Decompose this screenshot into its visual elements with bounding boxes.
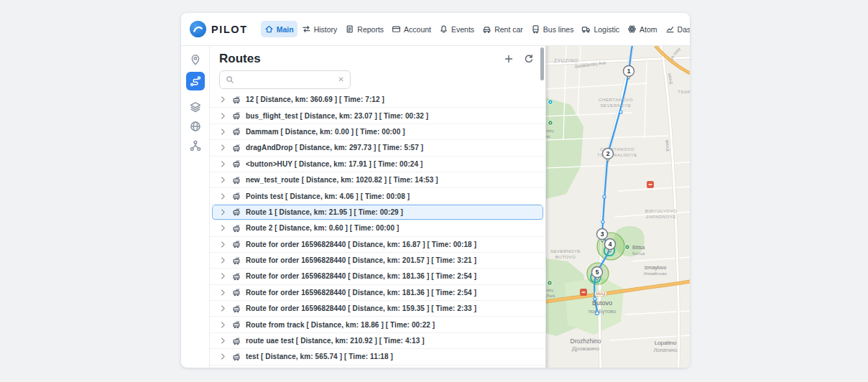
map-label: Дрожжино — [572, 345, 600, 352]
route-row-label: test [ Distance, km: 565.74 ] [ Time: 11… — [246, 353, 393, 360]
chevron-right-icon[interactable] — [219, 272, 227, 280]
refresh-button[interactable] — [524, 54, 534, 64]
chevron-right-icon[interactable] — [219, 160, 227, 168]
route-row[interactable]: Route for order 16596828440 [ Distance, … — [210, 301, 545, 317]
route-row-label: Points test [ Distance, km: 4.06 ] [ Tim… — [246, 192, 410, 200]
route-row[interactable]: Route for order 16596828440 [ Distance, … — [210, 285, 545, 301]
left-icon-sidebar — [181, 46, 210, 368]
scrollbar-thumb[interactable] — [540, 47, 544, 80]
map-label: Лопатино — [653, 347, 677, 353]
chevron-right-icon[interactable] — [219, 353, 227, 360]
route-row[interactable]: dragAndDrop [ Distance, km: 297.73 ] [ T… — [210, 140, 545, 156]
nav-item-label: Logistic — [594, 25, 619, 34]
chevron-right-icon[interactable] — [219, 304, 227, 312]
nav-item-label: Events — [451, 25, 474, 34]
nav-item-rent-car[interactable]: Rent car — [479, 21, 527, 37]
route-row-label: Route for order 16596828440 [ Distance, … — [246, 241, 476, 248]
map-label: Lopatino — [655, 340, 677, 346]
nav-item-dashboard[interactable]: Dashboard — [662, 21, 690, 37]
sidebar-item-layers[interactable] — [186, 98, 205, 116]
route-row-label: <button>HUY [ Distance, km: 17.91 ] [ Ti… — [246, 160, 423, 168]
route-row[interactable]: new_test_route [ Distance, km: 1020.82 ]… — [210, 172, 545, 188]
route-row[interactable]: Dammam [ Distance, km: 0.00 ] [ Time: 00… — [210, 124, 545, 140]
map-label: CHERTANOVO — [599, 97, 633, 102]
globe-icon — [190, 121, 201, 132]
nav-item-logistic[interactable]: Logistic — [578, 21, 623, 37]
home-icon — [264, 24, 274, 34]
route-row-label: route uae test [ Distance, km: 210.92 ] … — [246, 337, 425, 345]
clear-search-icon[interactable]: ✕ — [338, 76, 344, 83]
nav-item-label: Rent car — [494, 25, 523, 34]
nav-item-label: History — [314, 25, 338, 34]
sidebar-item-location-pin[interactable] — [186, 50, 205, 69]
nav-item-bus-lines[interactable]: Bus lines — [527, 21, 578, 37]
atom-icon — [627, 24, 637, 34]
chevron-right-icon[interactable] — [219, 128, 227, 136]
map[interactable]: МКАД ZYUZINOBalaklavsky Aveye HwyCHERTAN… — [546, 46, 690, 368]
map-label: ZAPADNOYE — [646, 214, 676, 219]
nav-item-account[interactable]: Account — [388, 21, 435, 37]
nav-item-reports[interactable]: Reports — [341, 21, 387, 37]
trolleybus-icon — [232, 320, 241, 329]
chevron-right-icon[interactable] — [219, 241, 227, 248]
route-row[interactable]: Route 1 [ Distance, km: 21.95 ] [ Time: … — [212, 205, 543, 220]
route-row[interactable]: route uae test [ Distance, km: 210.92 ] … — [210, 333, 545, 349]
chevron-right-icon[interactable] — [219, 208, 227, 216]
route-row[interactable]: <button>HUY [ Distance, km: 17.91 ] [ Ti… — [210, 157, 545, 172]
map-label: BUTOVO — [555, 254, 576, 259]
route-row[interactable]: test [ Distance, km: 283.74 ] [ Time: 5:… — [210, 365, 545, 368]
route-row-label: Route for order 16596828440 [ Distance, … — [246, 256, 476, 264]
route-row[interactable]: Points test [ Distance, km: 4.06 ] [ Tim… — [210, 188, 545, 204]
trolleybus-icon — [232, 304, 241, 313]
svg-text:2: 2 — [606, 150, 610, 157]
nav-item-atom[interactable]: Atom — [624, 21, 661, 37]
route-row[interactable]: Route for order 16596828440 [ Distance, … — [210, 253, 545, 269]
mkad-road-label: МКАД — [595, 292, 606, 297]
chevron-right-icon[interactable] — [219, 96, 227, 103]
nav-item-events[interactable]: Events — [435, 21, 478, 37]
search-input[interactable] — [239, 75, 334, 84]
route-row[interactable]: 12 [ Distance, km: 360.69 ] [ Time: 7:12… — [210, 92, 545, 108]
nav-item-label: Atom — [640, 25, 657, 34]
nav-item-label: Main — [277, 25, 294, 34]
trolleybus-icon — [232, 240, 241, 248]
park-poi-icon — [548, 281, 553, 286]
nav-item-main[interactable]: Main — [261, 21, 297, 37]
chevron-right-icon[interactable] — [219, 289, 227, 297]
svg-text:МКАД: МКАД — [596, 292, 606, 296]
map-label: Forest Park — [546, 294, 556, 298]
route-row-label: Route for order 16596828440 [ Distance, … — [246, 304, 476, 312]
nav-item-history[interactable]: History — [298, 21, 341, 37]
chevron-right-icon[interactable] — [219, 337, 227, 345]
chevron-right-icon[interactable] — [219, 192, 227, 200]
route-row[interactable]: Route 2 [ Distance, km: 0.60 ] [ Time: 0… — [210, 220, 545, 236]
chevron-right-icon[interactable] — [219, 256, 227, 264]
route-row[interactable]: bus_flight_test [ Distance, km: 23.07 ] … — [210, 108, 545, 124]
trolleybus-icon — [232, 224, 241, 233]
sidebar-item-globe[interactable] — [186, 117, 205, 136]
logo[interactable]: PILOT — [190, 21, 248, 37]
route-row[interactable]: test [ Distance, km: 565.74 ] [ Time: 11… — [210, 349, 545, 365]
trolleybus-icon — [232, 288, 241, 297]
events-icon — [439, 24, 448, 34]
route-row[interactable]: Route for order 16596828440 [ Distance, … — [210, 237, 545, 253]
nav-item-label: Reports — [357, 25, 384, 34]
trolleybus-icon — [232, 176, 241, 185]
routes-panel: Routes ✕ 12 [ Distance, km: 360.69 ] — [210, 46, 546, 368]
sidebar-item-hierarchy[interactable] — [186, 136, 205, 155]
add-route-button[interactable] — [504, 54, 514, 64]
chevron-right-icon[interactable] — [219, 176, 227, 184]
app-window: PILOT MainHistoryReportsAccountEventsRen… — [181, 13, 690, 368]
chevron-right-icon[interactable] — [219, 224, 227, 232]
trolleybus-icon — [232, 159, 241, 168]
route-row[interactable]: Route for order 16596828440 [ Distance, … — [210, 269, 545, 284]
chevron-right-icon[interactable] — [219, 321, 227, 329]
chevron-right-icon[interactable] — [219, 112, 227, 120]
route-row-label: dragAndDrop [ Distance, km: 297.73 ] [ T… — [246, 144, 423, 152]
chevron-right-icon[interactable] — [219, 144, 227, 152]
route-row[interactable]: Route from track [ Distance, km: 18.86 ]… — [210, 317, 545, 332]
trolleybus-icon — [232, 192, 241, 200]
route-row-label: bus_flight_test [ Distance, km: 23.07 ] … — [246, 112, 428, 120]
sidebar-item-route[interactable] — [186, 72, 205, 90]
nav-item-label: Dashboard — [678, 25, 690, 34]
